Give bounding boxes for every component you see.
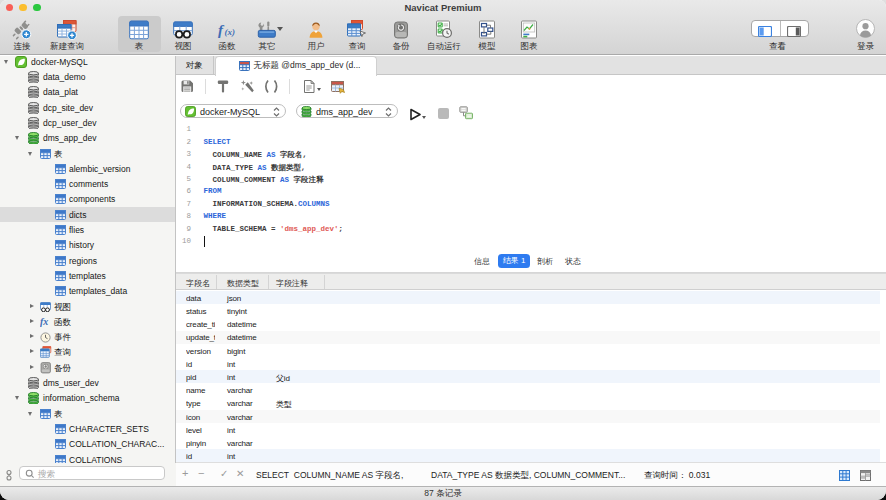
svg-text:fx: fx (40, 316, 48, 327)
svg-text:(x): (x) (225, 27, 236, 37)
